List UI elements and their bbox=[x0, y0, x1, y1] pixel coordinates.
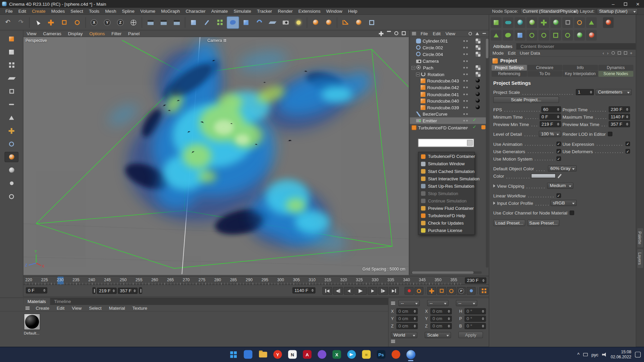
visibility-dot-render[interactable] bbox=[466, 127, 468, 128]
rotate-view-icon[interactable] bbox=[394, 31, 398, 35]
taskbar-acrobat[interactable]: A bbox=[301, 349, 313, 361]
input-color-profile-expand-icon[interactable] bbox=[493, 201, 495, 205]
material-pair-button[interactable] bbox=[322, 16, 335, 28]
coordinate-field-0-2[interactable]: 0 cm bbox=[396, 323, 418, 329]
visibility-dot-render[interactable] bbox=[466, 73, 468, 75]
key-rotation-button[interactable] bbox=[447, 287, 456, 295]
coordinates-header-dropdown-2[interactable]: -- bbox=[456, 300, 477, 306]
object-row-pach[interactable]: Pach bbox=[410, 64, 486, 71]
viewport-menu-cameras[interactable]: Cameras bbox=[40, 31, 64, 36]
texture-mode-button[interactable] bbox=[4, 60, 18, 70]
add-primitive-button[interactable] bbox=[187, 16, 200, 28]
coordinate-field-0-0[interactable]: 0 cm bbox=[396, 308, 418, 314]
materials-menu-material[interactable]: Material bbox=[105, 306, 129, 311]
enabled-check-icon[interactable]: ✓ bbox=[473, 118, 476, 123]
node-capsule-icon[interactable] bbox=[503, 17, 514, 28]
coordinate-field-2-0[interactable]: 0 ° bbox=[465, 308, 486, 314]
current-frame-field[interactable]: 230 F bbox=[465, 278, 486, 284]
node-sphere-icon[interactable] bbox=[515, 17, 525, 28]
visibility-dot-render[interactable] bbox=[466, 120, 468, 122]
layers-tab[interactable]: Layers bbox=[637, 249, 643, 268]
visibility-dot-editor[interactable] bbox=[463, 127, 465, 128]
coordinate-system-icon[interactable] bbox=[127, 16, 140, 28]
node-box-icon[interactable] bbox=[562, 17, 573, 28]
context-item-turbulencefd-help[interactable]: TurbulenceFD Help bbox=[419, 212, 475, 219]
camera-object-button[interactable] bbox=[279, 16, 292, 28]
filter-icon[interactable] bbox=[618, 51, 621, 55]
om-menu-file[interactable]: File bbox=[419, 31, 430, 36]
level-of-detail-dropdown[interactable]: 100 % bbox=[539, 131, 561, 137]
previous-frame-button[interactable] bbox=[344, 287, 354, 295]
menu-character[interactable]: Character bbox=[183, 9, 208, 14]
view-clipping-dropdown[interactable]: Medium bbox=[547, 183, 574, 189]
point-mode-button[interactable] bbox=[4, 86, 18, 97]
rotate-mode-button[interactable] bbox=[4, 191, 18, 202]
node-sphere-arrow-icon[interactable] bbox=[527, 30, 537, 41]
preview-end-field[interactable]: 357 F bbox=[118, 288, 138, 294]
apply-button[interactable]: Apply bbox=[459, 331, 483, 338]
tab-info[interactable]: Info bbox=[563, 65, 598, 70]
language-indicator[interactable]: рус bbox=[591, 352, 598, 357]
taskbar-app-red[interactable] bbox=[390, 349, 402, 361]
tab-to-do[interactable]: To Do bbox=[527, 71, 562, 77]
node-distribution-icon[interactable] bbox=[527, 17, 537, 28]
context-item-turbulencefd-container[interactable]: TurbulenceFD Container bbox=[419, 153, 475, 160]
tray-expand-icon[interactable] bbox=[577, 352, 580, 357]
context-search-button[interactable] bbox=[467, 140, 473, 146]
node-volume-icon[interactable] bbox=[550, 17, 561, 28]
taskbar-explorer[interactable] bbox=[257, 349, 269, 361]
object-row-roundcube-042[interactable]: Roundcube.042 bbox=[410, 84, 486, 91]
project-scale-unit-dropdown[interactable]: Centimeters bbox=[596, 89, 632, 95]
material-tag-icon[interactable] bbox=[476, 99, 480, 103]
menu-simulate[interactable]: Simulate bbox=[231, 9, 254, 14]
tab-referencing[interactable]: Referencing bbox=[492, 71, 527, 77]
menu-edit[interactable]: Edit bbox=[15, 9, 29, 14]
use-animation-checkbox[interactable] bbox=[556, 141, 561, 146]
move-tool[interactable] bbox=[45, 16, 57, 28]
texture-tag-icon[interactable] bbox=[476, 72, 481, 77]
clock[interactable]: 15:08 02.06.2022 bbox=[611, 350, 631, 359]
menu-tools[interactable]: Tools bbox=[86, 9, 102, 14]
simulation-tool-button[interactable] bbox=[4, 152, 18, 162]
menu-mograph[interactable]: MoGraph bbox=[158, 9, 183, 14]
material-thumbnail[interactable] bbox=[24, 314, 40, 330]
materials-menu-view[interactable]: View bbox=[68, 306, 85, 311]
render-lod-checkbox[interactable] bbox=[608, 132, 612, 136]
context-item-simulation-window[interactable]: Simulation Window bbox=[419, 160, 475, 168]
spline-pen-button[interactable] bbox=[201, 16, 213, 28]
menu-file[interactable]: File bbox=[2, 9, 15, 14]
workplane-mode-button[interactable] bbox=[4, 73, 18, 83]
taskbar-app-purple[interactable] bbox=[316, 349, 328, 361]
om-menu-view[interactable]: View bbox=[443, 31, 457, 36]
solo-button[interactable] bbox=[4, 178, 18, 188]
redo-icon[interactable]: ↷ bbox=[15, 16, 27, 28]
maximize-button[interactable] bbox=[620, 0, 632, 8]
coordinate-field-2-2[interactable]: 0 ° bbox=[465, 323, 486, 329]
material-tag-icon[interactable] bbox=[476, 85, 480, 89]
menu-window[interactable]: Window bbox=[323, 9, 345, 14]
interactive-render-region-button[interactable] bbox=[366, 16, 378, 28]
om-filter-icon[interactable] bbox=[476, 32, 479, 35]
use-generators-checkbox[interactable] bbox=[556, 149, 561, 153]
material-sphere-button[interactable] bbox=[309, 16, 322, 28]
taskbar-app-blue[interactable] bbox=[242, 349, 254, 361]
viewport-menu-display[interactable]: Display bbox=[65, 31, 86, 36]
layout-dropdown[interactable]: Startup (User) bbox=[597, 8, 638, 14]
next-frame-button[interactable] bbox=[368, 287, 377, 295]
default-object-color-dropdown[interactable]: 60% Gray bbox=[548, 165, 577, 171]
node-terrain-icon[interactable] bbox=[586, 17, 597, 28]
use-expression-checkbox[interactable] bbox=[626, 141, 630, 146]
node-material-checkbox[interactable] bbox=[570, 210, 574, 215]
use-motion-system-checkbox[interactable] bbox=[556, 157, 561, 161]
next-key-button[interactable] bbox=[378, 287, 388, 295]
coordinate-field-1-2[interactable]: 0 cm bbox=[430, 323, 452, 329]
viewport-menu-filter[interactable]: Filter bbox=[108, 31, 125, 36]
subdivision-surface-button[interactable] bbox=[227, 16, 239, 28]
node-polygon-icon[interactable] bbox=[562, 30, 573, 41]
menu-animate[interactable]: Animate bbox=[208, 9, 231, 14]
keyframe-selection-button[interactable] bbox=[479, 287, 488, 295]
range-start-handle[interactable] bbox=[93, 287, 96, 294]
visibility-dot-editor[interactable] bbox=[463, 54, 465, 55]
live-selection-tool[interactable] bbox=[32, 16, 44, 28]
enable-axis-button[interactable] bbox=[4, 126, 18, 136]
